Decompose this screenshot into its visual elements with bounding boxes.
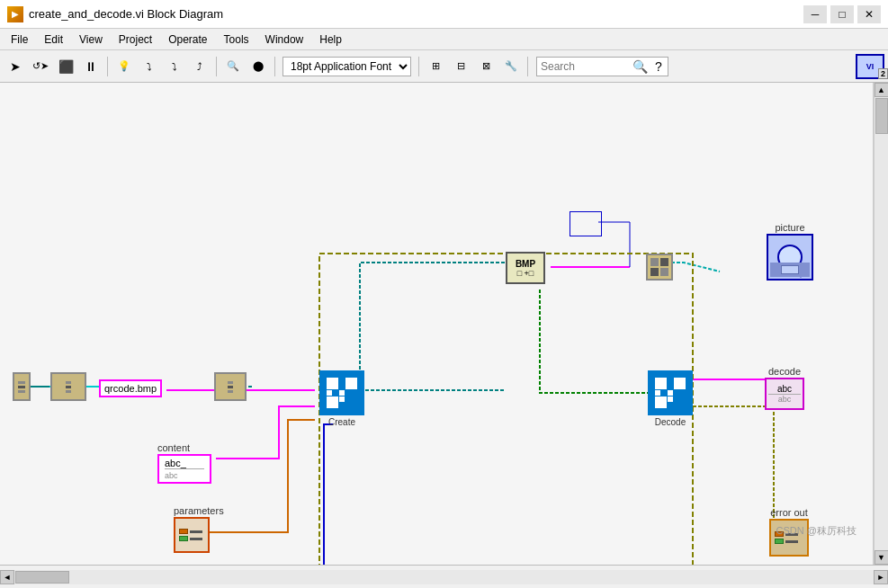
watermark: CSDN @秣厉科技 <box>776 524 857 538</box>
path-connector-right <box>214 372 247 401</box>
highlight-button[interactable]: 💡 <box>112 55 136 78</box>
menu-project[interactable]: Project <box>112 31 159 48</box>
scrollbar-right: ▲ ▼ <box>874 83 888 565</box>
bottom-bar: ◄ ► <box>0 565 888 588</box>
menu-bar: File Edit View Project Operate Tools Win… <box>0 29 888 50</box>
window-controls: ─ □ ✕ <box>803 5 881 23</box>
bmp-node: BMP □ +□ <box>506 252 545 284</box>
toolbar: ➤ ↺➤ ⬛ ⏸ 💡 ⤵ ⤵ ⤴ 🔍 ⬤ 18pt Application Fo… <box>0 50 888 83</box>
toolbar-separator-4 <box>418 57 419 76</box>
align-button[interactable]: ⊞ <box>424 55 447 78</box>
run-continuously-button[interactable]: ↺➤ <box>29 55 52 78</box>
wire-layer <box>0 83 873 565</box>
toolbar-separator-2 <box>216 57 217 76</box>
scroll-left-button[interactable]: ◄ <box>0 570 14 584</box>
menu-window[interactable]: Window <box>258 31 311 48</box>
decode-qr-node: Decode <box>648 370 693 427</box>
resize-button[interactable]: ⊠ <box>474 55 498 78</box>
toolbar-separator-3 <box>274 57 275 76</box>
custom-probe-button[interactable]: 🔍 <box>221 55 245 78</box>
menu-file[interactable]: File <box>4 31 35 48</box>
scroll-up-button[interactable]: ▲ <box>875 83 889 97</box>
step-over-button[interactable]: ⤵ <box>138 55 161 78</box>
decode-output-node: decode abc abc <box>765 366 804 410</box>
search-box: 🔍 ? <box>536 57 668 76</box>
scroll-thumb-horizontal[interactable] <box>15 571 69 584</box>
window-title: create_and_decode.vi Block Diagram <box>29 7 223 21</box>
scroll-down-button[interactable]: ▼ <box>875 550 889 565</box>
menu-view[interactable]: View <box>72 31 110 48</box>
step-out-button[interactable]: ⤴ <box>188 55 211 78</box>
title-left: ▶ create_and_decode.vi Block Diagram <box>7 6 223 22</box>
toolbar-separator-5 <box>527 57 528 76</box>
file-ref-connector-left <box>13 372 31 401</box>
block-diagram-canvas[interactable]: qrcode.bmp content abc_ abc parameters <box>0 83 874 565</box>
scroll-right-button[interactable]: ► <box>874 570 888 584</box>
run-button[interactable]: ➤ <box>4 55 27 78</box>
reorder-button[interactable]: 🔧 <box>499 55 523 78</box>
toolbar-separator-1 <box>107 57 108 76</box>
vi-icon: VI 2 <box>856 54 884 79</box>
menu-tools[interactable]: Tools <box>217 31 256 48</box>
search-input[interactable] <box>541 60 631 73</box>
main-area: qrcode.bmp content abc_ abc parameters <box>0 83 888 565</box>
parameters-node: parameters <box>174 505 224 553</box>
svg-rect-0 <box>319 254 693 565</box>
pause-button[interactable]: ⏸ <box>79 55 103 78</box>
create-qr-node: Create <box>319 370 364 427</box>
close-button[interactable]: ✕ <box>857 5 881 23</box>
menu-help[interactable]: Help <box>312 31 349 48</box>
breakpoint-button[interactable]: ⬤ <box>247 55 270 78</box>
menu-edit[interactable]: Edit <box>37 31 70 48</box>
picture-node: picture <box>767 222 813 281</box>
qrcode-bmp-label: qrcode.bmp <box>99 379 162 397</box>
minimize-button[interactable]: ─ <box>803 5 827 23</box>
picture-connector <box>646 254 673 281</box>
scroll-thumb-vertical[interactable] <box>875 98 888 134</box>
step-into-button[interactable]: ⤵ <box>163 55 186 78</box>
font-selector[interactable]: 18pt Application Font <box>283 57 411 76</box>
scroll-track-horizontal[interactable] <box>14 570 874 584</box>
search-button[interactable]: 🔍 <box>631 59 650 74</box>
distribute-button[interactable]: ⊟ <box>449 55 472 78</box>
app-icon: ▶ <box>7 6 23 22</box>
menu-operate[interactable]: Operate <box>161 31 214 48</box>
maximize-button[interactable]: □ <box>830 5 854 23</box>
help-button[interactable]: ? <box>653 59 664 74</box>
scroll-track-vertical[interactable] <box>875 97 889 550</box>
abort-button[interactable]: ⬛ <box>54 55 77 78</box>
empty-rect-node <box>570 211 602 236</box>
vi-count: 2 <box>878 68 888 79</box>
file-path-node <box>50 372 86 401</box>
content-node: content abc_ abc <box>157 442 211 484</box>
title-bar: ▶ create_and_decode.vi Block Diagram ─ □… <box>0 0 888 29</box>
